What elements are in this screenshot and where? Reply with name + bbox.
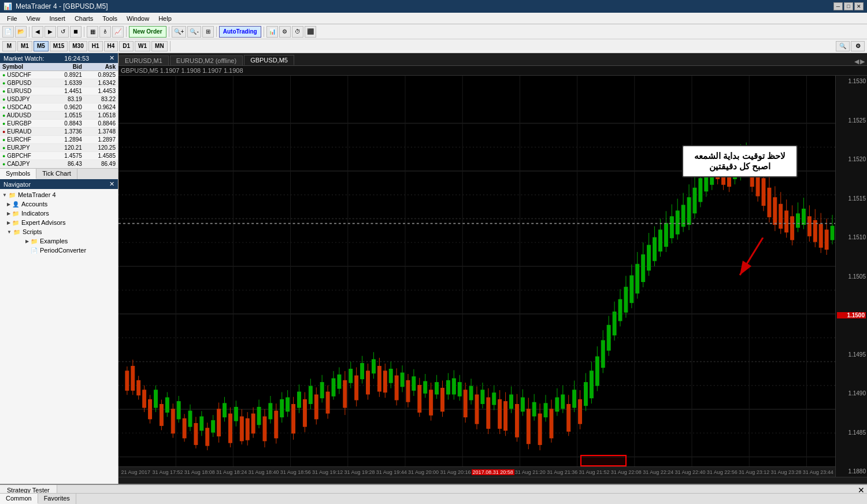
stop-btn[interactable]: ⏹ (70, 26, 81, 38)
mw-row-eurjpy[interactable]: ● EURJPY 120.21 120.25 (0, 144, 118, 152)
navigator-close[interactable]: ✕ (109, 180, 114, 188)
mw-cell-bid: 1.6339 (51, 79, 84, 87)
chart-canvas[interactable]: 1.1530 1.1525 1.1520 1.1515 1.1510 1.150… (118, 76, 867, 477)
toolbar2-search-btn[interactable]: 🔍 (836, 41, 850, 51)
chart-scrollbar[interactable] (118, 477, 867, 484)
indicators-triangle: ▶ (7, 211, 10, 216)
mw-row-gbpchf[interactable]: ● GBPCHF 1.4575 1.4585 (0, 152, 118, 160)
examples-icon: 📁 (30, 237, 38, 245)
mw-row-eurgbp[interactable]: ● EURGBP 0.8843 0.8846 (0, 120, 118, 128)
time-20: 31 Aug 23:12 (738, 469, 770, 475)
expert-btn[interactable]: ⚙ (279, 26, 291, 38)
menu-item-window[interactable]: Window (122, 14, 154, 23)
back-btn[interactable]: ◀ (32, 26, 43, 38)
mw-cell-ask: 1.6342 (84, 79, 118, 87)
mw-cell-symbol: ● EURGBP (0, 120, 51, 128)
menu-item-charts[interactable]: Charts (70, 14, 98, 23)
menu-item-tools[interactable]: Tools (98, 14, 122, 23)
toolbar2-item-H4[interactable]: H4 (104, 41, 118, 51)
mw-row-usdcad[interactable]: ● USDCAD 0.9620 0.9624 (0, 103, 118, 112)
chart-area: EURUSD,M1 EURUSD,M2 (offline) GBPUSD,M5 … (118, 53, 867, 484)
menu-item-help[interactable]: Help (154, 14, 176, 23)
mw-cell-symbol: ● EURCHF (0, 136, 51, 144)
mw-row-euraud[interactable]: ● EURAUD 1.3736 1.3748 (0, 128, 118, 136)
mw-row-eurchf[interactable]: ● EURCHF 1.2894 1.2897 (0, 136, 118, 144)
nav-root[interactable]: ▼ 📁 MetaTrader 4 (0, 190, 118, 199)
market-watch-close[interactable]: ✕ (109, 54, 114, 62)
menu-item-file[interactable]: File (2, 14, 22, 23)
scripts-icon: 📁 (13, 228, 21, 236)
fit-btn[interactable]: ⊞ (202, 26, 214, 38)
close-btn[interactable]: ✕ (854, 2, 864, 10)
time-1: 21 Aug 2017 (120, 469, 151, 475)
sep3 (126, 27, 127, 37)
mw-row-eurusd[interactable]: ● EURUSD 1.4451 1.4453 (0, 87, 118, 95)
navigator-title: Navigator (3, 181, 31, 188)
chart-highlight-box (580, 455, 627, 466)
nav-scripts[interactable]: ▼ 📁 Scripts (0, 227, 118, 236)
market-watch: Market Watch: 16:24:53 ✕ Symbol Bid Ask … (0, 53, 118, 179)
title-bar-controls[interactable]: ─ □ ✕ (833, 2, 864, 10)
terminal-btn[interactable]: ⬛ (305, 26, 316, 38)
chart-tab-eurusd-m2[interactable]: EURUSD,M2 (offline) (170, 55, 243, 65)
chart-tab-gbpusd-m5[interactable]: GBPUSD,M5 (244, 55, 294, 65)
toolbar2-item-M15[interactable]: M15 (50, 41, 68, 51)
nav-accounts-label: Accounts (21, 201, 47, 207)
nav-expert-advisors[interactable]: ▶ 📁 Expert Advisors (0, 218, 118, 227)
pc-icon: 📄 (30, 246, 38, 254)
price-1495: 1.1495 (837, 351, 866, 358)
bar-chart-btn[interactable]: ▦ (87, 26, 98, 38)
chart-info-bar: GBPUSD,M5 1.1907 1.1908 1.1907 1.1908 (118, 66, 867, 76)
mw-cell-symbol: ● CADJPY (0, 160, 51, 168)
open-btn[interactable]: 📂 (15, 26, 27, 38)
mw-tab-symbols[interactable]: Symbols (0, 169, 36, 179)
toolbar2-item-M1[interactable]: M1 (17, 41, 32, 51)
chart-tab-eurusd-m1[interactable]: EURUSD,M1 (118, 55, 169, 65)
nav-indicators[interactable]: ▶ 📁 Indicators (0, 209, 118, 218)
main-layout: Market Watch: 16:24:53 ✕ Symbol Bid Ask … (0, 53, 867, 484)
toolbar2-settings-btn[interactable]: ⚙ (851, 41, 865, 51)
mw-cell-ask: 0.8846 (84, 120, 118, 128)
mw-row-usdjpy[interactable]: ● USDJPY 83.19 83.22 (0, 95, 118, 103)
toolbar2-item-D1[interactable]: D1 (119, 41, 134, 51)
toolbar2-item-MN[interactable]: MN (151, 41, 168, 51)
mw-row-usdchf[interactable]: ● USDCHF 0.8921 0.8925 (0, 71, 118, 79)
maximize-btn[interactable]: □ (844, 2, 853, 10)
mw-row-audusd[interactable]: ● AUDUSD 1.0515 1.0518 (0, 112, 118, 120)
toolbar2-item-W1[interactable]: W1 (135, 41, 150, 51)
indi-btn[interactable]: 📊 (266, 26, 278, 38)
zoom-in-btn[interactable]: 🔍+ (172, 26, 187, 38)
mw-tab-tick-chart[interactable]: Tick Chart (36, 169, 77, 179)
mw-row-cadjpy[interactable]: ● CADJPY 86.43 86.49 (0, 160, 118, 168)
toolbar2-item-H1[interactable]: H1 (88, 41, 103, 51)
mw-row-gbpusd[interactable]: ● GBPUSD 1.6339 1.6342 (0, 79, 118, 87)
candle-btn[interactable]: 🕯 (99, 26, 111, 38)
new-btn[interactable]: 📄 (2, 26, 14, 38)
price-1530: 1.1530 (837, 78, 866, 84)
autotrading-btn[interactable]: AutoTrading (219, 26, 261, 38)
nav-examples[interactable]: ▶ 📁 Examples (0, 236, 118, 246)
toolbar2-item-M5[interactable]: M5 (34, 41, 49, 51)
price-1515: 1.1515 (837, 195, 866, 202)
price-1505: 1.1505 (837, 273, 866, 280)
mw-cell-bid: 86.43 (51, 160, 84, 168)
fwd-btn[interactable]: ▶ (45, 26, 56, 38)
menu-item-insert[interactable]: Insert (45, 14, 70, 23)
time-18: 31 Aug 22:40 (674, 469, 706, 475)
new-order-btn[interactable]: New Order (129, 26, 166, 38)
period-sep-btn[interactable]: ⏱ (292, 26, 303, 38)
menu-item-view[interactable]: View (22, 14, 45, 23)
annotation-box: لاحظ توقيت بداية الشمعه اصبح كل دقيقتين (682, 145, 798, 177)
chart-scroll-right[interactable]: ▶ (860, 58, 865, 65)
nav-period-converter[interactable]: ▶ 📄 PeriodConverter (0, 246, 118, 255)
toolbar2-item-M[interactable]: M (2, 41, 16, 51)
ea-icon: 📁 (12, 218, 20, 227)
minimize-btn[interactable]: ─ (833, 2, 843, 10)
price-1485: 1.1485 (837, 429, 866, 436)
refresh-btn[interactable]: ↺ (57, 26, 69, 38)
toolbar2-item-M30[interactable]: M30 (69, 41, 87, 51)
nav-accounts[interactable]: ▶ 👤 Accounts (0, 199, 118, 209)
zoom-out-btn[interactable]: 🔍- (187, 26, 201, 38)
chart-scroll-left[interactable]: ◀ (854, 58, 859, 65)
line-btn[interactable]: 📈 (112, 26, 124, 38)
